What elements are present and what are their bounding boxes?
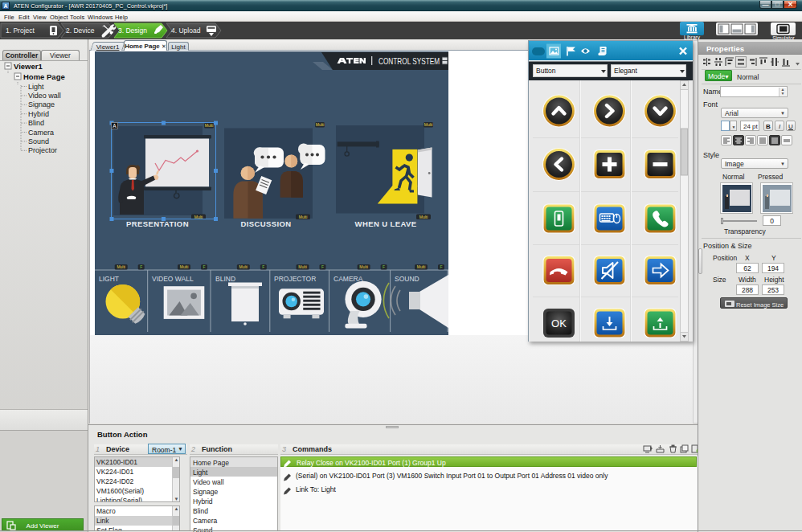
svg-text:F: F bbox=[321, 264, 324, 269]
svg-text:Sound: Sound bbox=[28, 137, 49, 145]
svg-text:Elegant: Elegant bbox=[614, 67, 637, 75]
svg-text:Multi: Multi bbox=[117, 264, 125, 269]
svg-text:Multi: Multi bbox=[417, 264, 426, 269]
svg-text:CONTROL SYSTEM: CONTROL SYSTEM bbox=[378, 56, 440, 66]
svg-text:Video wall: Video wall bbox=[28, 92, 61, 100]
svg-text:Camera: Camera bbox=[28, 129, 54, 137]
svg-text:Multi: Multi bbox=[299, 215, 308, 219]
svg-text:DISCUSSION: DISCUSSION bbox=[240, 219, 291, 228]
svg-text:Multi: Multi bbox=[419, 215, 428, 219]
svg-text:WHEN U LEAVE: WHEN U LEAVE bbox=[355, 219, 417, 228]
svg-text:F: F bbox=[440, 264, 442, 269]
svg-text:F: F bbox=[140, 264, 142, 269]
svg-text:1. Project: 1. Project bbox=[6, 27, 35, 35]
svg-text:F: F bbox=[262, 264, 264, 269]
svg-text:Multi: Multi bbox=[298, 264, 307, 269]
svg-text:Signage: Signage bbox=[28, 100, 55, 108]
svg-text:OK: OK bbox=[551, 317, 567, 329]
svg-text:Multi: Multi bbox=[239, 264, 248, 269]
svg-text:Multi: Multi bbox=[180, 264, 189, 269]
svg-text:Multi: Multi bbox=[359, 264, 368, 269]
svg-text:3. Design: 3. Design bbox=[118, 27, 147, 35]
svg-text:Light: Light bbox=[28, 83, 44, 91]
svg-text:PROJECTOR: PROJECTOR bbox=[274, 275, 316, 283]
svg-text:Projector: Projector bbox=[28, 146, 57, 154]
svg-text:Button: Button bbox=[536, 67, 556, 75]
svg-text:Blind: Blind bbox=[28, 119, 44, 127]
svg-text:A: A bbox=[113, 123, 117, 129]
svg-text:4. Upload: 4. Upload bbox=[171, 27, 201, 35]
svg-text:Home Page: Home Page bbox=[23, 72, 65, 81]
svg-text:2. Device: 2. Device bbox=[66, 27, 95, 35]
svg-text:F: F bbox=[383, 264, 385, 269]
svg-text:F: F bbox=[203, 264, 205, 269]
svg-text:VIDEO WALL: VIDEO WALL bbox=[152, 275, 194, 283]
svg-text:Multi: Multi bbox=[424, 122, 433, 127]
svg-text:SOUND: SOUND bbox=[395, 275, 419, 283]
svg-text:CAMERA: CAMERA bbox=[333, 275, 363, 283]
svg-text:Viewer1: Viewer1 bbox=[14, 62, 43, 71]
svg-text:BLIND: BLIND bbox=[215, 275, 235, 283]
svg-text:LIGHT: LIGHT bbox=[99, 275, 119, 283]
svg-text:Multi: Multi bbox=[316, 122, 325, 127]
svg-text:Hybrid: Hybrid bbox=[28, 110, 49, 118]
